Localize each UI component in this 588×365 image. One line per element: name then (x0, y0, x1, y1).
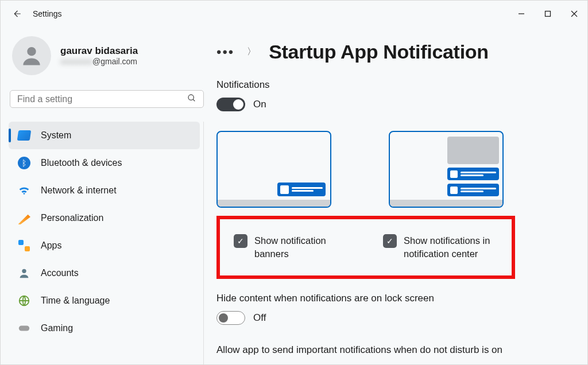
svg-line-6 (193, 99, 195, 101)
notifications-toggle-state: On (253, 99, 266, 110)
user-email: xxxxxxxx@gmail.com (60, 57, 138, 66)
hide-content-toggle-state: Off (253, 312, 266, 324)
sidebar-item-label: Time & language (41, 296, 110, 306)
sidebar-item-time-language[interactable]: Time & language (9, 287, 200, 314)
allow-important-label: Allow app to send important notification… (216, 344, 564, 356)
sidebar-item-personalization[interactable]: Personalization (9, 204, 200, 232)
paintbrush-icon (18, 212, 30, 224)
apps-icon (18, 239, 30, 252)
sidebar-item-system[interactable]: System (9, 122, 200, 149)
svg-rect-1 (546, 11, 551, 17)
user-header[interactable]: gaurav bidasaria xxxxxxxx@gmail.com (9, 33, 207, 87)
sidebar-item-label: Network & internet (41, 185, 117, 196)
close-button[interactable] (561, 1, 587, 27)
title-bar: Settings (1, 1, 587, 27)
sidebar-item-apps[interactable]: Apps (9, 232, 200, 259)
sidebar-item-bluetooth[interactable]: ᛒ Bluetooth & devices (9, 149, 200, 177)
nav-list: System ᛒ Bluetooth & devices Network & i… (9, 122, 204, 364)
notifications-toggle[interactable] (216, 98, 245, 111)
search-input[interactable] (17, 94, 187, 104)
search-box[interactable] (10, 90, 204, 108)
hide-content-label: Hide content when notifications are on l… (216, 293, 564, 304)
sidebar-item-label: Gaming (41, 323, 73, 333)
sidebar-item-label: Bluetooth & devices (41, 158, 122, 168)
system-icon (18, 129, 30, 142)
user-name: gaurav bidasaria (60, 45, 138, 57)
sidebar-item-network[interactable]: Network & internet (9, 177, 200, 204)
person-icon (18, 267, 30, 279)
wifi-icon (18, 184, 30, 197)
show-in-center-checkbox[interactable]: ✓ (383, 234, 397, 248)
sidebar-item-label: System (41, 130, 71, 141)
hide-content-toggle[interactable] (216, 311, 245, 325)
svg-point-7 (22, 269, 26, 273)
show-banners-checkbox[interactable]: ✓ (234, 234, 247, 248)
highlighted-annotation: ✓ Show notification banners ✓ Show notif… (216, 216, 515, 279)
minimize-button[interactable] (508, 1, 535, 27)
preview-banner[interactable] (216, 131, 331, 208)
show-in-center-label: Show notifications in notification cente… (404, 234, 498, 261)
sidebar-item-accounts[interactable]: Accounts (9, 259, 200, 287)
svg-point-5 (188, 95, 194, 100)
notifications-label: Notifications (216, 79, 564, 91)
breadcrumb: ••• 〉 Startup App Notification (216, 41, 564, 63)
main-content: ••• 〉 Startup App Notification Notificat… (213, 27, 587, 364)
window-title: Settings (33, 9, 508, 18)
maximize-button[interactable] (535, 1, 561, 27)
breadcrumb-overflow[interactable]: ••• (216, 44, 234, 60)
search-icon (187, 94, 196, 104)
notification-previews (216, 131, 564, 208)
sidebar: gaurav bidasaria xxxxxxxx@gmail.com Syst… (1, 27, 213, 364)
back-button[interactable] (1, 1, 33, 27)
sidebar-item-label: Accounts (41, 268, 79, 278)
sidebar-item-gaming[interactable]: Gaming (9, 314, 200, 342)
svg-point-4 (27, 47, 36, 56)
sidebar-item-label: Apps (41, 240, 61, 251)
show-banners-label: Show notification banners (254, 234, 349, 261)
gamepad-icon (18, 323, 30, 333)
preview-notification-center[interactable] (389, 131, 504, 208)
avatar (12, 36, 51, 75)
bluetooth-icon: ᛒ (18, 157, 30, 169)
sidebar-item-label: Personalization (41, 213, 103, 223)
chevron-right-icon: 〉 (247, 46, 256, 58)
page-title: Startup App Notification (269, 41, 489, 63)
globe-icon (18, 294, 30, 307)
svg-rect-9 (19, 326, 29, 331)
